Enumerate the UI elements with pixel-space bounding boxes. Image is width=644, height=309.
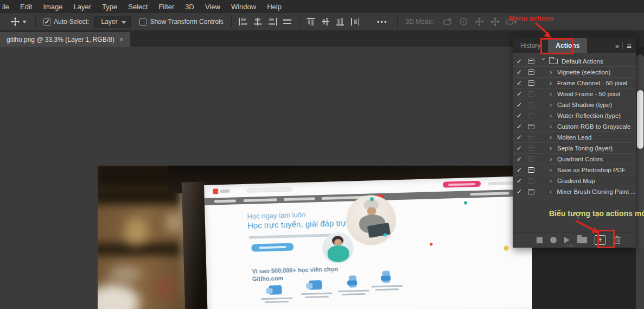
menu-item[interactable]: 3D	[180, 3, 200, 11]
document-tab[interactable]: gitiho.png @ 33.3% (Layer 1, RGB/8) ×	[0, 32, 130, 47]
align-left-edges-icon[interactable]	[239, 18, 248, 26]
item-toggle-check-icon[interactable]: ✓	[517, 188, 528, 196]
item-toggle-check-icon[interactable]: ✓	[517, 177, 528, 185]
menu-item[interactable]: Edit	[15, 3, 37, 11]
3d-orbit-icon[interactable]	[442, 17, 452, 26]
align-horizontal-centers-icon[interactable]	[253, 18, 263, 26]
new-set-button[interactable]	[577, 237, 587, 243]
dialog-toggle-icon[interactable]	[528, 146, 534, 151]
dialog-toggle-icon[interactable]	[528, 135, 534, 140]
action-label[interactable]: Quadrant Colors	[557, 156, 603, 162]
item-toggle-check-icon[interactable]: ✓	[517, 68, 528, 76]
action-row[interactable]: ✓ › Cast Shadow (type)	[513, 99, 636, 110]
play-button[interactable]	[564, 237, 570, 243]
item-toggle-check-icon[interactable]: ✓	[517, 101, 528, 109]
dialog-toggle-icon[interactable]	[528, 91, 534, 97]
disclosure-triangle-icon[interactable]: ›	[549, 188, 557, 195]
distribute-vertical-icon[interactable]	[350, 18, 360, 26]
dialog-toggle-icon[interactable]	[528, 59, 534, 64]
canvas-area[interactable]: Học ngay làm luôn Học trực tuyến, giải đ…	[0, 47, 532, 309]
auto-select-target-dropdown[interactable]: Layer	[94, 16, 131, 28]
auto-select-checkbox[interactable]: Auto-Select:	[40, 18, 92, 26]
action-row[interactable]: ✓ › Vignette (selection)	[513, 67, 636, 78]
dialog-toggle-icon[interactable]	[528, 124, 534, 129]
item-toggle-check-icon[interactable]: ✓	[517, 166, 528, 174]
item-toggle-check-icon[interactable]: ✓	[517, 90, 528, 98]
menu-item[interactable]: View	[200, 3, 226, 11]
action-label[interactable]: Frame Channel - 50 pixel	[557, 80, 627, 86]
menu-item[interactable]: ile	[1, 3, 15, 11]
item-toggle-check-icon[interactable]: ✓	[517, 58, 528, 65]
collapse-panel-icon[interactable]: »	[615, 42, 619, 50]
action-label[interactable]: Water Reflection (type)	[557, 112, 621, 119]
dialog-toggle-icon[interactable]	[528, 178, 534, 184]
3d-roll-icon[interactable]	[459, 17, 468, 26]
dialog-toggle-icon[interactable]	[528, 102, 534, 108]
dialog-toggle-icon[interactable]	[528, 113, 534, 118]
disclosure-triangle-icon[interactable]: ›	[540, 58, 547, 65]
dialog-toggle-icon[interactable]	[528, 156, 534, 162]
panel-menu-icon[interactable]: ≡	[627, 41, 632, 51]
action-label[interactable]: Sepia Toning (layer)	[557, 145, 613, 152]
disclosure-triangle-icon[interactable]: ›	[550, 112, 557, 119]
menu-item[interactable]: Type	[97, 3, 123, 11]
action-row[interactable]: ✓ › Custom RGB to Grayscale	[513, 121, 636, 132]
disclosure-triangle-icon[interactable]: ›	[550, 90, 557, 97]
disclosure-triangle-icon[interactable]: ›	[550, 155, 557, 162]
disclosure-triangle-icon[interactable]: ›	[550, 123, 557, 130]
action-label[interactable]: Molten Lead	[557, 134, 591, 141]
action-row[interactable]: ✓ › Default Actions	[513, 56, 636, 67]
close-icon[interactable]: ×	[119, 35, 124, 43]
disclosure-triangle-icon[interactable]: ›	[550, 144, 557, 152]
action-row[interactable]: ✓ › Mixer Brush Cloning Paint ...	[513, 186, 636, 197]
action-label[interactable]: Custom RGB to Grayscale	[557, 123, 630, 130]
action-row[interactable]: ✓ › Water Reflection (type)	[513, 110, 636, 121]
align-right-edges-icon[interactable]	[268, 18, 277, 26]
checkbox-unchecked-icon[interactable]	[139, 18, 146, 26]
action-label[interactable]: Vignette (selection)	[557, 69, 610, 75]
action-label[interactable]: Cast Shadow (type)	[557, 102, 612, 108]
stop-button[interactable]	[537, 237, 543, 243]
menu-item[interactable]: Layer	[68, 3, 97, 11]
action-row[interactable]: ✓ › Frame Channel - 50 pixel	[513, 78, 636, 89]
disclosure-triangle-icon[interactable]: ›	[550, 79, 557, 86]
menu-item[interactable]: Select	[123, 3, 153, 11]
action-label[interactable]: Wood Frame - 50 pixel	[557, 91, 620, 97]
document-image[interactable]: Học ngay làm luôn Học trực tuyến, giải đ…	[98, 166, 532, 309]
action-row[interactable]: ✓ › Gradient Map	[513, 175, 636, 186]
disclosure-triangle-icon[interactable]: ›	[550, 101, 557, 108]
show-transform-checkbox[interactable]: Show Transform Controls	[136, 18, 226, 26]
disclosure-triangle-icon[interactable]: ›	[550, 68, 557, 75]
disclosure-triangle-icon[interactable]: ›	[550, 134, 557, 141]
item-toggle-check-icon[interactable]: ✓	[517, 123, 528, 130]
dialog-toggle-icon[interactable]	[528, 167, 534, 173]
menu-item[interactable]: Help	[262, 3, 287, 11]
move-tool-button[interactable]	[0, 17, 31, 26]
scrollbar-track[interactable]	[636, 54, 644, 248]
item-toggle-check-icon[interactable]: ✓	[517, 134, 528, 141]
scrollbar-thumb[interactable]	[637, 90, 643, 149]
action-label[interactable]: Mixer Brush Cloning Paint ...	[557, 188, 636, 195]
record-button[interactable]	[550, 237, 557, 243]
distribute-horizontal-icon[interactable]	[283, 18, 292, 26]
panel-resize-grip[interactable]	[563, 244, 578, 247]
action-row[interactable]: ✓ › Wood Frame - 50 pixel	[513, 89, 636, 99]
menu-item[interactable]: Window	[226, 3, 262, 11]
dialog-toggle-icon[interactable]	[528, 80, 534, 86]
action-label[interactable]: Save as Photoshop PDF	[557, 167, 626, 173]
align-vertical-centers-icon[interactable]	[321, 18, 330, 26]
action-row[interactable]: ✓ › Quadrant Colors	[513, 154, 636, 165]
dialog-toggle-icon[interactable]	[528, 189, 534, 194]
3d-pan-icon[interactable]	[475, 17, 484, 26]
action-label[interactable]: Gradient Map	[557, 178, 595, 184]
menu-item[interactable]: Filter	[153, 3, 180, 11]
item-toggle-check-icon[interactable]: ✓	[517, 155, 528, 163]
more-align-options-button[interactable]: •••	[372, 18, 393, 26]
item-toggle-check-icon[interactable]: ✓	[517, 79, 528, 87]
action-row[interactable]: ✓ › Save as Photoshop PDF	[513, 165, 636, 175]
dialog-toggle-icon[interactable]	[528, 70, 534, 75]
menu-item[interactable]: Image	[37, 3, 68, 11]
action-row[interactable]: ✓ › Molten Lead	[513, 132, 636, 143]
disclosure-triangle-icon[interactable]: ›	[550, 177, 557, 184]
checkbox-checked-icon[interactable]	[43, 18, 50, 26]
